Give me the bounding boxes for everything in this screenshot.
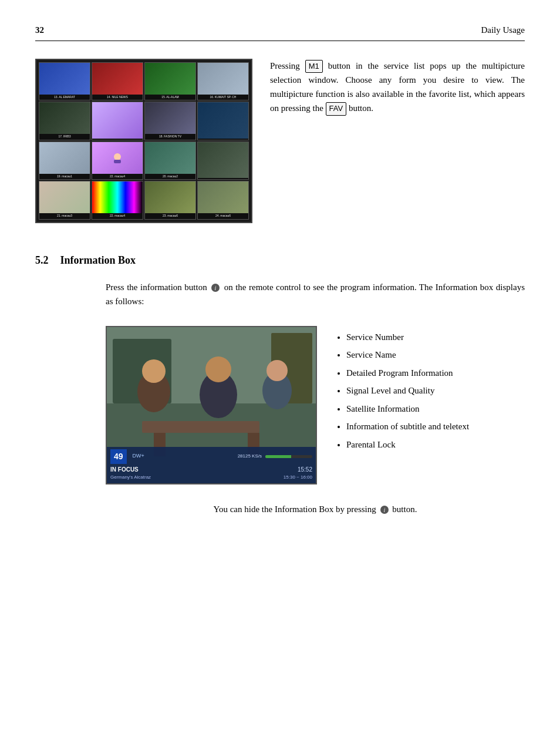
intro-text: Press the information button bbox=[106, 282, 207, 292]
info-bar-overlay: 49 DW+ 28125 KS/s IN FOCUS 15:52 bbox=[107, 447, 316, 483]
thumb-cell bbox=[92, 102, 143, 140]
thumb-label: 22. macau4 bbox=[92, 213, 143, 219]
list-item-service-name: Service Name bbox=[346, 346, 525, 364]
info-box-image: 49 DW+ 28125 KS/s IN FOCUS 15:52 bbox=[106, 326, 317, 484]
thumb-cell: 18. FASHION TV bbox=[144, 102, 196, 140]
m1-key-badge: M1 bbox=[305, 60, 323, 73]
thumb-label: 21. macau3 bbox=[39, 213, 90, 219]
footer-text1: You can hide the Information Box by pres… bbox=[214, 504, 376, 514]
thumb-label: 20. macau2 bbox=[145, 174, 195, 180]
svg-rect-15 bbox=[142, 421, 259, 433]
thumb-cell: 17. IRIB3 bbox=[39, 102, 90, 140]
thumb-cell: 19. macau1 bbox=[39, 142, 90, 180]
service-name: IN FOCUS bbox=[110, 465, 139, 474]
section-52: 5.2 Information Box Press the informatio… bbox=[35, 253, 525, 516]
feature-list: Service Number Service Name Detailed Pro… bbox=[335, 329, 525, 453]
thumb-img bbox=[92, 181, 143, 213]
multipicture-section: 13. AL EMARAT 14. NILE NEWS 15. AL-ALAM … bbox=[35, 59, 525, 223]
thumb-cell: 14. NILE NEWS bbox=[92, 62, 143, 101]
multipicture-text: Pressing M1 button in the service list p… bbox=[270, 59, 525, 116]
thumb-label: 14. NILE NEWS bbox=[92, 95, 143, 100]
section-52-intro: Press the information button i on the re… bbox=[106, 280, 525, 308]
thumb-cell: 15. AL-ALAM bbox=[144, 62, 196, 101]
text-button-end: button. bbox=[349, 103, 373, 113]
thumb-cell: 22. macau4 bbox=[92, 142, 143, 180]
thumb-label: 24. macau6 bbox=[198, 213, 248, 219]
thumb-cell: 22. macau4 bbox=[92, 181, 143, 220]
thumb-img bbox=[92, 142, 143, 174]
channel-name: DW+ bbox=[133, 452, 144, 460]
info-bar-top: 49 DW+ 28125 KS/s bbox=[110, 449, 312, 464]
info-button-icon: i bbox=[211, 283, 220, 292]
svg-point-14 bbox=[266, 360, 288, 381]
page-header: 32 Daily Usage bbox=[35, 23, 525, 41]
thumb-label: 16. KUWAIT SP. CH bbox=[198, 95, 248, 100]
thumb-img bbox=[92, 63, 143, 95]
thumb-label bbox=[198, 178, 248, 179]
svg-text:i: i bbox=[383, 507, 385, 513]
thumb-label: 18. FASHION TV bbox=[145, 134, 195, 140]
list-item-service-number: Service Number bbox=[346, 329, 525, 346]
list-item-program-info: Detailed Program Information bbox=[346, 365, 525, 382]
thumb-img bbox=[145, 102, 195, 134]
svg-text:i: i bbox=[215, 285, 217, 291]
thumb-cell bbox=[197, 142, 249, 180]
svg-rect-1 bbox=[114, 160, 121, 163]
page-number: 32 bbox=[35, 23, 44, 37]
section-number: 5.2 bbox=[35, 253, 49, 268]
service-time: 15:52 bbox=[298, 465, 312, 474]
text-pressing: Pressing bbox=[270, 61, 300, 70]
thumb-cell: 20. macau2 bbox=[144, 142, 196, 180]
list-item-subtitle-info: Information of subtitle and teletext bbox=[346, 418, 525, 435]
thumb-label bbox=[92, 139, 143, 140]
info-button-icon-2: i bbox=[380, 505, 389, 514]
thumb-cell: 13. AL EMARAT bbox=[39, 62, 90, 101]
thumb-img bbox=[92, 102, 143, 139]
thumb-cell: 24. macau6 bbox=[197, 181, 249, 220]
signal-bar bbox=[265, 455, 312, 458]
section-52-footer: You can hide the Information Box by pres… bbox=[106, 502, 525, 516]
thumb-img bbox=[145, 181, 195, 213]
chapter-title: Daily Usage bbox=[481, 23, 525, 37]
thumb-label: 19. macau1 bbox=[39, 174, 90, 180]
fav-key-badge: FAV bbox=[326, 102, 347, 116]
channel-number: 49 bbox=[110, 449, 127, 464]
thumb-img bbox=[39, 142, 90, 174]
service-duration: 15:30 ~ 16:00 bbox=[284, 474, 312, 481]
footer-text2: button. bbox=[392, 504, 417, 514]
page: 32 Daily Usage 13. AL EMARAT 14. NILE NE… bbox=[0, 0, 560, 747]
thumb-cell: 16. KUWAIT SP. CH bbox=[197, 62, 249, 101]
thumb-cell: 23. macau6 bbox=[144, 181, 196, 220]
thumb-img bbox=[39, 102, 90, 134]
thumb-img bbox=[145, 142, 195, 174]
thumb-label: 15. AL-ALAM bbox=[145, 95, 195, 100]
multipicture-image: 13. AL EMARAT 14. NILE NEWS 15. AL-ALAM … bbox=[35, 59, 252, 223]
info-bar-mid: IN FOCUS 15:52 bbox=[110, 465, 312, 474]
signal-fill bbox=[265, 455, 291, 458]
thumb-cell bbox=[197, 102, 249, 140]
channel-freq: 28125 KS/s bbox=[238, 453, 262, 460]
thumb-img bbox=[39, 63, 90, 95]
thumb-label bbox=[198, 139, 248, 140]
thumb-grid: 13. AL EMARAT 14. NILE NEWS 15. AL-ALAM … bbox=[36, 60, 251, 222]
info-list: Service Number Service Name Detailed Pro… bbox=[335, 326, 525, 455]
list-item-satellite-info: Satellite Information bbox=[346, 401, 525, 418]
svg-point-0 bbox=[114, 153, 121, 160]
thumb-cell: 21. macau3 bbox=[39, 181, 90, 220]
svg-point-10 bbox=[142, 359, 166, 383]
thumb-img bbox=[198, 181, 248, 213]
svg-point-12 bbox=[205, 356, 231, 382]
thumb-label: 23. macau6 bbox=[145, 213, 195, 219]
thumb-img bbox=[39, 181, 90, 213]
section-52-title: Information Box bbox=[60, 253, 136, 268]
list-item-parental-lock: Parental Lock bbox=[346, 436, 525, 453]
thumb-img bbox=[145, 63, 195, 95]
thumb-label: 17. IRIB3 bbox=[39, 134, 90, 140]
thumb-img bbox=[198, 142, 248, 179]
thumb-img bbox=[198, 63, 248, 95]
thumb-img bbox=[198, 102, 248, 139]
section-52-content: 49 DW+ 28125 KS/s IN FOCUS 15:52 bbox=[106, 326, 525, 484]
section-heading: 5.2 Information Box bbox=[35, 253, 525, 268]
list-item-signal-level: Signal Level and Quality bbox=[346, 382, 525, 399]
thumb-label: 13. AL EMARAT bbox=[39, 95, 90, 100]
